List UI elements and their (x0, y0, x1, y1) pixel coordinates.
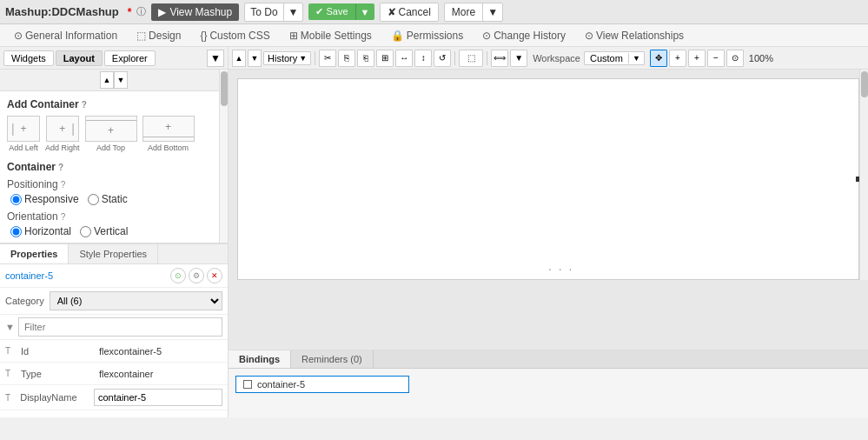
tab-change-history[interactable]: ⊙ Change History (474, 26, 574, 45)
prop-tab-properties[interactable]: Properties (0, 244, 69, 263)
distribute-h-button[interactable]: ↔ (395, 50, 413, 67)
mode-toggle-button[interactable]: ⟺ (491, 50, 508, 67)
positioning-responsive-radio[interactable] (10, 194, 22, 205)
save-arrow-button[interactable]: ▼ (356, 3, 374, 20)
canvas-down-button[interactable]: ▼ (248, 50, 262, 67)
left-scroll-track[interactable] (219, 70, 228, 243)
history-label: History (268, 53, 297, 63)
filter-row: ▼ (0, 315, 228, 340)
bindings-content: container-5 (229, 369, 868, 400)
add-container-info-icon: ? (82, 100, 87, 110)
css-icon: {} (200, 30, 207, 42)
canvas-vscroll-thumb[interactable] (861, 71, 868, 97)
orientation-label: Orientation (7, 210, 58, 223)
panel-chevron-button[interactable]: ▼ (207, 50, 224, 67)
canvas-up-button[interactable]: ▲ (232, 50, 246, 67)
save-button[interactable]: ✔ Save (308, 3, 355, 20)
tab-view-relationships[interactable]: ⊙ View Relationships (576, 26, 692, 45)
tab-custom-css[interactable]: {} Custom CSS (191, 26, 278, 45)
orientation-vertical-radio[interactable] (80, 226, 91, 237)
save-button-group: ✔ Save ▼ (308, 3, 374, 20)
bindings-tabs: Bindings Reminders (0) (229, 350, 868, 369)
workspace-value: Custom (585, 52, 628, 64)
positioning-static-text: Static (102, 193, 128, 205)
add-top-button[interactable]: + (85, 116, 137, 142)
scroll-nav-row: ▲ ▼ (0, 70, 228, 91)
prop-list: T Id flexcontainer-5 T Type flexcontaine… (0, 340, 228, 410)
add-left-button[interactable]: | + (7, 116, 40, 142)
mode-arrow-button[interactable]: ▼ (510, 50, 527, 67)
design-icon: ⬚ (136, 30, 146, 42)
paste-button[interactable]: ⎗ (357, 50, 374, 67)
tab-explorer[interactable]: Explorer (104, 50, 156, 66)
prop-close-button[interactable]: ✕ (207, 268, 222, 283)
add-right-divider: | (71, 117, 75, 141)
filter-input[interactable] (18, 317, 222, 337)
positioning-static-radio[interactable] (88, 194, 99, 205)
workspace-dropdown-button[interactable]: ▼ (628, 53, 644, 63)
align-col-button[interactable]: ⊞ (376, 50, 394, 67)
canvas-tool-remove-button[interactable]: − (707, 50, 725, 67)
refresh-button[interactable]: ↺ (434, 50, 451, 67)
scroll-up-button[interactable]: ▲ (100, 71, 114, 89)
orientation-horizontal-radio[interactable] (10, 226, 22, 237)
tab-layout[interactable]: Layout (56, 50, 103, 66)
add-bottom-button[interactable]: + (142, 116, 195, 142)
more-arrow-button[interactable]: ▼ (483, 3, 502, 21)
binding-box-container5[interactable]: container-5 (235, 376, 409, 393)
bindings-tab-bindings[interactable]: Bindings (229, 350, 291, 368)
copy-button[interactable]: ⎘ (338, 50, 355, 67)
orientation-horizontal-label[interactable]: Horizontal (10, 225, 71, 237)
add-top-item: + Add Top (85, 116, 137, 152)
canvas-inner[interactable] (237, 78, 859, 280)
tab-general-information[interactable]: ⊙ General Information (5, 26, 126, 45)
tab-widgets[interactable]: Widgets (3, 50, 54, 66)
prop-type-key: Type (21, 369, 99, 379)
canvas-tool-info-button[interactable]: ⊙ (726, 50, 744, 67)
view-mashup-button[interactable]: ▶ ⏵ View Mashup View Mashup (151, 3, 239, 21)
todo-button[interactable]: To Do (245, 3, 283, 21)
title-info-icon[interactable]: ⓘ (136, 5, 146, 18)
positioning-responsive-text: Responsive (24, 193, 79, 205)
more-button[interactable]: More (445, 3, 483, 21)
prop-tab-style-properties[interactable]: Style Properties (69, 244, 158, 263)
history-arrow-icon: ▼ (299, 54, 307, 63)
widget-view-button[interactable]: ⬚ (459, 50, 483, 67)
category-row: Category All (6) (0, 288, 228, 315)
add-bottom-label: Add Bottom (148, 143, 189, 152)
align-distribute-title: Align and Distribute ? (7, 243, 221, 243)
todo-arrow-button[interactable]: ▼ (284, 3, 303, 21)
canvas-tool-select-button[interactable]: ✥ (650, 50, 667, 67)
canvas-area[interactable]: · · · (229, 70, 868, 350)
canvas-tool-add-container-button[interactable]: + (688, 50, 706, 67)
left-scroll-thumb[interactable] (221, 71, 228, 106)
canvas-toolbar: ▲ ▼ History ▼ ✂ ⎘ ⎗ ⊞ ↔ ↕ ↺ ⬚ ⟺ ▼ Worksp… (229, 47, 868, 70)
canvas-vscroll-track[interactable] (859, 70, 868, 280)
positioning-static-label[interactable]: Static (88, 193, 128, 205)
canvas-tool-add-widget-button[interactable]: + (669, 50, 686, 67)
add-right-button[interactable]: + | (46, 116, 79, 142)
positioning-responsive-label[interactable]: Responsive (10, 193, 79, 205)
align-distribute-section: Align and Distribute ? ⊞ ⊟ ⊠ (7, 243, 221, 243)
distribute-v-button[interactable]: ↕ (414, 50, 432, 67)
orientation-title: Orientation ? (7, 210, 221, 223)
cut-button[interactable]: ✂ (319, 50, 336, 67)
cancel-button[interactable]: ✘ ✘ Cancel Cancel (380, 3, 439, 22)
tab-mobile-settings[interactable]: ⊞ Mobile Settings (281, 26, 381, 45)
tab-design[interactable]: ⬚ Design (128, 26, 189, 45)
canvas-separator-3 (487, 51, 487, 65)
scroll-down-button[interactable]: ▼ (114, 71, 128, 89)
relationships-icon: ⊙ (585, 30, 593, 42)
category-select[interactable]: All (6) (50, 291, 222, 310)
bindings-tab-reminders[interactable]: Reminders (0) (291, 350, 374, 368)
orientation-vertical-label[interactable]: Vertical (80, 225, 128, 237)
tab-permissions[interactable]: 🔒 Permissions (382, 26, 472, 45)
prop-share-button[interactable]: ⊙ (170, 268, 186, 283)
add-bottom-divider (143, 137, 194, 137)
binding-checkbox[interactable] (243, 380, 252, 389)
right-panel: ▲ ▼ History ▼ ✂ ⎘ ⎗ ⊞ ↔ ↕ ↺ ⬚ ⟺ ▼ Worksp… (229, 47, 868, 417)
prop-displayname-input[interactable] (94, 389, 222, 406)
prop-settings-button[interactable]: ⚙ (189, 268, 204, 283)
add-top-icon: + (108, 124, 114, 137)
positioning-section: Positioning ? Responsive Static (7, 178, 221, 205)
